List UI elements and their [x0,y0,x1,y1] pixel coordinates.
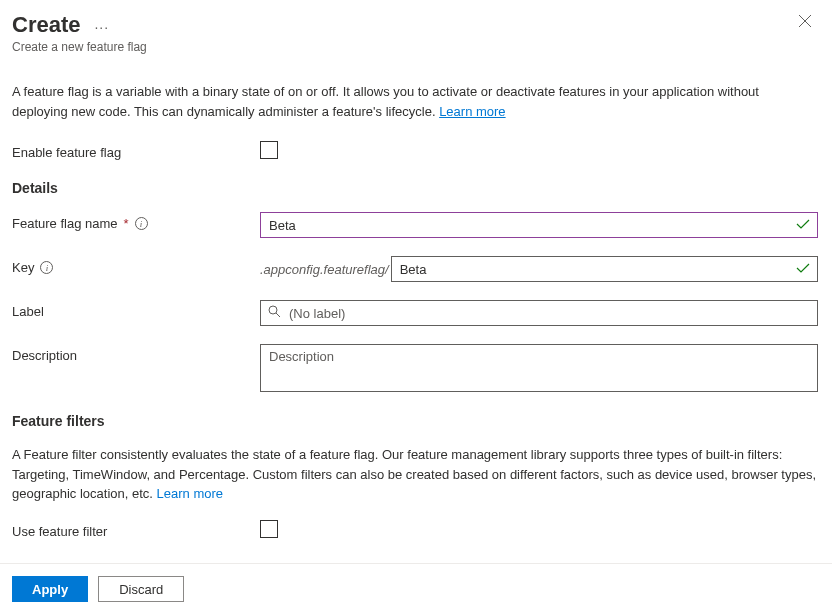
use-filter-label: Use feature filter [12,520,260,539]
details-heading: Details [12,180,818,196]
info-icon[interactable]: i [135,217,148,230]
apply-button[interactable]: Apply [12,576,88,602]
name-input[interactable] [260,212,818,238]
footer-bar: Apply Discard [0,563,832,614]
intro-learn-more-link[interactable]: Learn more [439,104,505,119]
intro-body: A feature flag is a variable with a bina… [12,84,759,119]
description-label: Description [12,344,260,363]
label-input[interactable] [260,300,818,326]
key-prefix: .appconfig.featureflag/ [260,262,391,277]
discard-button[interactable]: Discard [98,576,184,602]
key-input[interactable] [391,256,818,282]
key-label: Key [12,260,34,275]
name-label: Feature flag name [12,216,118,231]
filters-heading: Feature filters [12,413,818,429]
use-filter-checkbox[interactable] [260,520,278,538]
label-label: Label [12,300,260,319]
enable-flag-checkbox[interactable] [260,141,278,159]
description-input[interactable] [260,344,818,392]
filters-learn-more-link[interactable]: Learn more [157,486,223,501]
info-icon[interactable]: i [40,261,53,274]
intro-text: A feature flag is a variable with a bina… [12,82,818,121]
filters-body: A Feature filter consistently evaluates … [12,447,816,501]
enable-flag-label: Enable feature flag [12,141,260,160]
filters-description: A Feature filter consistently evaluates … [12,445,818,504]
page-subtitle: Create a new feature flag [12,40,818,54]
page-title: Create [12,12,80,38]
required-indicator: * [124,216,129,231]
close-icon[interactable] [792,12,818,33]
more-icon[interactable]: ··· [94,19,109,35]
